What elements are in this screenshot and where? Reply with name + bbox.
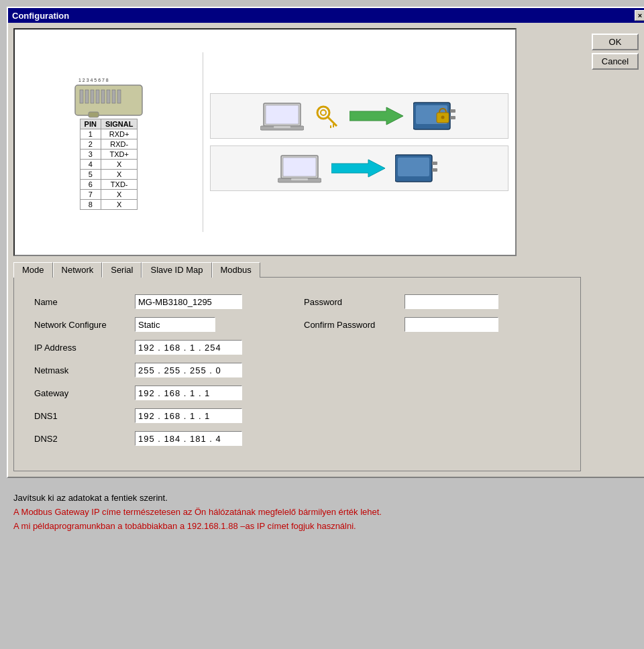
device-locked-icon <box>413 99 459 133</box>
pinout-row: 5X <box>80 169 138 179</box>
gateway-input[interactable] <box>135 386 242 400</box>
laptop-icon-2 <box>278 154 321 184</box>
signal-header: SIGNAL <box>101 119 138 129</box>
password-input[interactable] <box>405 294 498 309</box>
signal-name: RXD+ <box>101 129 138 139</box>
svg-rect-26 <box>450 116 455 119</box>
tabs-bar: Mode Network Serial Slave ID Map Modbus <box>13 261 581 277</box>
form-right: Password Confirm Password <box>297 288 567 461</box>
title-bar: Configuration × <box>8 8 644 23</box>
device-unlocked-icon <box>395 152 441 185</box>
pin-number: 4 <box>80 159 101 169</box>
pinout-section: 1 2 3 4 5 6 7 8 <box>15 30 203 255</box>
svg-rect-9 <box>112 90 115 103</box>
svg-rect-6 <box>96 90 99 103</box>
bottom-line3: A mi példaprogramunkban a tobábbiakban a… <box>13 520 631 534</box>
arrow-secure-icon <box>350 106 403 126</box>
gateway-label: Gateway <box>34 388 128 398</box>
key-icon <box>314 103 339 129</box>
svg-rect-8 <box>107 90 110 103</box>
svg-rect-3 <box>80 90 83 103</box>
bottom-text: Javítsuk ki az adatokat a fentiek szerin… <box>7 491 637 533</box>
svg-rect-2 <box>89 112 99 117</box>
tab-mode[interactable]: Mode <box>13 262 53 278</box>
pin-number: 6 <box>80 179 101 189</box>
close-button[interactable]: × <box>635 10 644 21</box>
bottom-line1: Javítsuk ki az adatokat a fentiek szerin… <box>13 491 631 506</box>
pin-number: 1 <box>80 129 101 139</box>
confirm-password-input[interactable] <box>405 317 498 332</box>
pinout-row: 8X <box>80 199 138 209</box>
form-grid: Name Network Configure Static DHCP <box>28 288 567 461</box>
svg-point-15 <box>317 107 329 119</box>
ok-button[interactable]: OK <box>592 34 639 50</box>
bottom-line2: A Modbus Gateway IP címe természetesen a… <box>13 506 631 520</box>
svg-point-24 <box>441 116 444 119</box>
svg-rect-14 <box>274 126 290 128</box>
tab-modbus[interactable]: Modbus <box>212 262 260 278</box>
pinout-row: 7X <box>80 189 138 199</box>
window-title: Configuration <box>12 11 69 21</box>
svg-rect-10 <box>117 90 121 103</box>
netmask-label: Netmask <box>34 365 128 375</box>
svg-rect-34 <box>432 162 437 165</box>
pinout-row: 2RXD- <box>80 139 138 149</box>
name-label: Name <box>34 297 128 307</box>
signal-name: TXD+ <box>101 149 138 159</box>
arrow-unsecure-icon <box>331 158 385 178</box>
svg-line-17 <box>328 117 337 126</box>
svg-rect-30 <box>291 178 308 180</box>
dns2-row: DNS2 <box>34 431 290 446</box>
laptop-icon <box>260 101 304 131</box>
tab-network[interactable]: Network <box>53 262 103 278</box>
tab-slave-id-map[interactable]: Slave ID Map <box>142 262 211 278</box>
network-configure-row: Network Configure Static DHCP <box>34 317 290 332</box>
confirm-password-row: Confirm Password <box>304 317 560 332</box>
pin-header: PIN <box>80 119 101 129</box>
network-configure-select-wrapper: Static DHCP <box>135 317 215 332</box>
form-panel: Name Network Configure Static DHCP <box>13 277 581 471</box>
pinout-row: 1RXD+ <box>80 129 138 139</box>
svg-rect-12 <box>266 105 299 124</box>
ip-address-input[interactable] <box>135 340 242 355</box>
name-input[interactable] <box>135 294 242 309</box>
confirm-password-label: Confirm Password <box>304 320 398 330</box>
pinout-row: 4X <box>80 159 138 169</box>
svg-rect-33 <box>398 158 429 176</box>
pin-number: 5 <box>80 169 101 179</box>
svg-text:1 2 3 4 5 6 7 8: 1 2 3 4 5 6 7 8 <box>78 78 109 82</box>
pin-number: 3 <box>80 149 101 159</box>
cancel-button[interactable]: Cancel <box>592 53 639 70</box>
password-label: Password <box>304 297 398 307</box>
ip-address-label: IP Address <box>34 343 128 353</box>
diagram-section <box>203 86 515 198</box>
dns1-label: DNS1 <box>34 411 128 421</box>
name-row: Name <box>34 294 290 309</box>
pinout-row: 6TXD- <box>80 179 138 189</box>
svg-point-16 <box>321 110 326 115</box>
tab-serial[interactable]: Serial <box>102 262 142 278</box>
dns1-input[interactable] <box>135 408 242 423</box>
form-left: Name Network Configure Static DHCP <box>28 288 297 461</box>
pinout-row: 3TXD+ <box>80 149 138 159</box>
signal-name: X <box>101 189 138 199</box>
pinout-table: PIN SIGNAL 1RXD+2RXD-3TXD+4X5X6TXD-7X8X <box>80 119 138 210</box>
signal-name: TXD- <box>101 179 138 189</box>
svg-rect-7 <box>101 90 105 103</box>
dns2-input[interactable] <box>135 431 242 446</box>
pin-number: 7 <box>80 189 101 199</box>
network-configure-select[interactable]: Static DHCP <box>135 317 215 332</box>
netmask-row: Netmask <box>34 363 290 377</box>
dns2-label: DNS2 <box>34 434 128 444</box>
signal-name: X <box>101 199 138 209</box>
svg-marker-31 <box>331 160 385 177</box>
right-buttons: OK Cancel <box>586 28 644 471</box>
main-content: 1 2 3 4 5 6 7 8 <box>13 28 581 471</box>
svg-rect-25 <box>450 109 455 113</box>
netmask-input[interactable] <box>135 363 242 377</box>
page-wrapper: Configuration × 1 2 3 4 5 6 7 8 <box>0 0 644 649</box>
dns1-row: DNS1 <box>34 408 290 423</box>
svg-rect-5 <box>91 90 94 103</box>
signal-name: X <box>101 159 138 169</box>
connector-icon: 1 2 3 4 5 6 7 8 <box>72 75 146 119</box>
